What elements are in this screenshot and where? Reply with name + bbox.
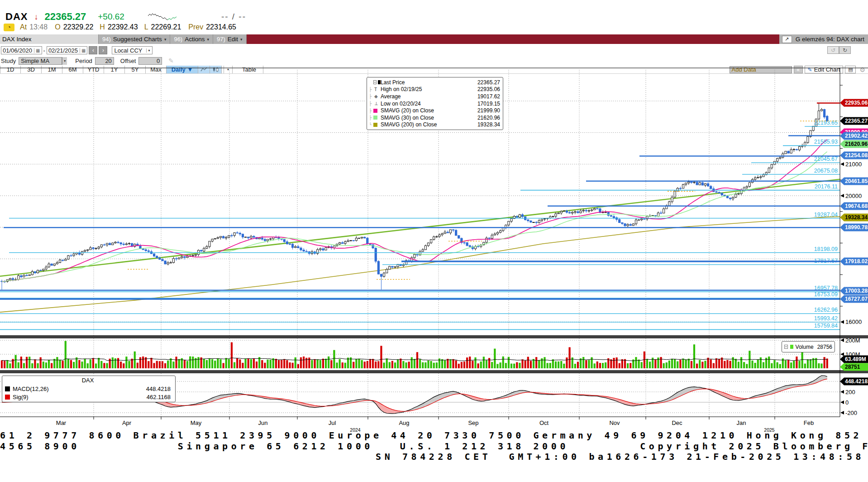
svg-text:22935.06: 22935.06 [845, 100, 868, 106]
date-from-input[interactable]: 01/06/2020 ▦ [1, 46, 42, 54]
low-label: L [144, 23, 148, 31]
legend-row[interactable]: Last Price22365.27 [369, 79, 500, 86]
date-to-input[interactable]: 02/21/2025 ▦ [47, 46, 88, 54]
svg-text:Dec: Dec [672, 419, 682, 426]
period-label: Period [75, 58, 92, 64]
svg-text:21585.93: 21585.93 [814, 139, 838, 145]
collapse-icon[interactable] [373, 80, 377, 84]
date-next-button[interactable]: › [99, 46, 107, 54]
macd-swatch [5, 386, 10, 391]
bloomberg-terminal-screen: DAX ↓ 22365.27 +50.62 -- / -- ◔ At 13:48… [0, 0, 868, 482]
svg-text:Jul: Jul [329, 419, 336, 426]
svg-text:22193.65: 22193.65 [814, 120, 838, 126]
menu-edit[interactable]: 97) Edit ▾ [213, 34, 247, 44]
chevron-down-icon: ▾ [164, 37, 167, 42]
svg-text:16000: 16000 [845, 318, 862, 325]
svg-text:200: 200 [845, 389, 855, 395]
open-value: 22329.22 [63, 23, 94, 31]
sma20-line [2, 140, 827, 281]
footer-line-3: SN 784228 CET GMT+1:00 ba1626-173 21-Feb… [0, 452, 868, 463]
macd-title: DAX [5, 376, 171, 385]
legend-row[interactable]: └SMAVG (200) on Close19328.34 [369, 121, 500, 129]
svg-text:15993.42: 15993.42 [814, 315, 838, 322]
svg-text:Mar: Mar [56, 419, 67, 426]
chevron-down-icon: ▾ [146, 48, 152, 53]
macd-legend[interactable]: DAX MACD(12,26) 448.4218 Sig(9) 462.1168 [2, 376, 176, 402]
gauge-icon: ◔ [4, 24, 14, 31]
export-icon[interactable]: ↗ [782, 36, 792, 43]
date-range-row: 01/06/2020 ▦ - 02/21/2025 ▦ ‹ › Local CC… [0, 45, 868, 55]
study-row: Study Simple MA ▾ Period 20 Offset 0 ✎ [0, 56, 868, 65]
last-price: 22365.27 [44, 11, 86, 23]
svg-text:Oct: Oct [539, 419, 549, 426]
title-bar: DAX Index 94) Suggested Charts ▾ 96) Act… [0, 34, 868, 44]
svg-text:Sep: Sep [468, 419, 478, 426]
period-input[interactable]: 20 [95, 57, 114, 65]
menu-actions[interactable]: 96) Actions ▾ [170, 34, 213, 44]
menu-suggested-charts[interactable]: 94) Suggested Charts ▾ [99, 34, 170, 44]
low-value: 22269.21 [151, 23, 181, 31]
study-label: Study [1, 58, 16, 64]
chevron-down-icon: ▾ [207, 37, 209, 42]
undo-button[interactable]: ↺ [827, 46, 839, 54]
chart-title-area: ↗ G elemzés 94: DAX chart [779, 34, 868, 44]
macd-row: MACD(12,26) 448.4218 [5, 385, 171, 393]
at-time: 13:48 [29, 23, 48, 31]
legend-row[interactable]: ├◆Average19017.62 [369, 93, 500, 100]
svg-text:18198.09: 18198.09 [814, 246, 838, 252]
legend-row[interactable]: ├SMAVG (30) on Close21620.96 [369, 114, 500, 121]
legend-row[interactable]: ├⊥Low on 02/20/2417019.15 [369, 100, 500, 107]
price-legend[interactable]: Last Price22365.27├THigh on 02/19/252293… [367, 77, 503, 130]
calendar-icon: ▦ [34, 48, 40, 53]
svg-text:21000: 21000 [845, 161, 862, 168]
currency-select[interactable]: Local CCY ▾ [112, 46, 152, 54]
svg-text:17003.28: 17003.28 [845, 288, 868, 294]
collapse-icon[interactable] [784, 345, 788, 349]
svg-text:20176.11: 20176.11 [815, 183, 838, 190]
ticker-symbol: DAX [5, 11, 28, 23]
price-change: +50.62 [98, 12, 124, 22]
prev-label: Prev [188, 23, 203, 31]
offset-input[interactable]: 0 [138, 57, 162, 65]
date-prev-button[interactable]: ‹ [89, 46, 97, 54]
svg-text:21620.96: 21620.96 [845, 141, 868, 147]
svg-text:May: May [191, 419, 202, 426]
intraday-sparkline [148, 12, 178, 22]
svg-text:20675.08: 20675.08 [814, 168, 838, 174]
svg-text:15759.84: 15759.84 [814, 323, 838, 329]
volume-label: Volume [796, 344, 814, 350]
svg-text:Jun: Jun [258, 419, 268, 426]
security-input[interactable]: DAX Index [0, 34, 99, 44]
volume-legend[interactable]: Volume 28756 [782, 341, 835, 352]
volume-swatch [790, 345, 793, 349]
volume-group [1, 341, 828, 368]
chevron-down-icon: ▾ [240, 37, 243, 42]
maroon-bar [247, 34, 779, 44]
svg-text:28751: 28751 [845, 364, 860, 370]
open-label: O [55, 23, 60, 31]
volume-value: 28756 [817, 344, 832, 350]
study-select[interactable]: Simple MA [19, 57, 62, 65]
footer-line-1: 61 2 9777 8600 Brazil 5511 2395 9000 Eur… [0, 430, 868, 441]
svg-text:Feb: Feb [804, 419, 814, 426]
svg-text:200M: 200M [845, 337, 860, 344]
svg-text:16753.09: 16753.09 [814, 291, 838, 298]
legend-row[interactable]: ├SMAVG (20) on Close21999.90 [369, 107, 500, 114]
svg-text:16727.07: 16727.07 [845, 296, 868, 302]
svg-text:20461.85: 20461.85 [845, 178, 868, 184]
svg-text:21045.67: 21045.67 [814, 156, 838, 162]
svg-text:19674.68: 19674.68 [845, 203, 868, 209]
high-label: H [100, 23, 105, 31]
prev-value: 22314.65 [206, 23, 236, 31]
svg-text:448.4218: 448.4218 [845, 378, 868, 385]
down-arrow-icon: ↓ [34, 12, 38, 22]
redo-button[interactable]: ↻ [839, 46, 851, 54]
svg-text:63.489M: 63.489M [845, 356, 866, 362]
svg-text:18990.78: 18990.78 [845, 224, 868, 231]
svg-text:Aug: Aug [399, 419, 409, 426]
chevron-down-icon[interactable]: ▾ [62, 57, 67, 65]
svg-text:Apr: Apr [122, 419, 132, 426]
quote-row-2: ◔ At 13:48 O 22329.22 H 22392.43 L 22269… [0, 23, 868, 32]
legend-row[interactable]: ├THigh on 02/19/2522935.06 [369, 86, 500, 93]
svg-text:0: 0 [845, 399, 849, 406]
